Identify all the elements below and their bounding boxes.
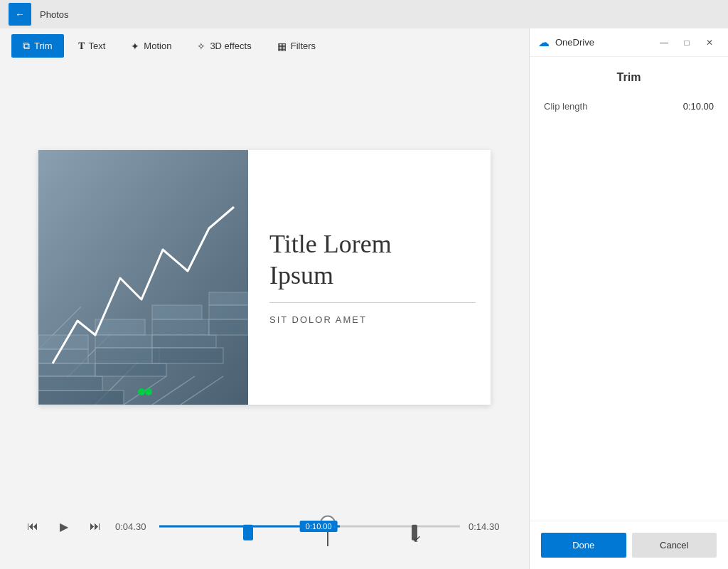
- effects-icon: ✧: [197, 41, 205, 52]
- effects-label: 3D effects: [210, 41, 251, 51]
- svg-rect-11: [38, 390, 124, 405]
- rewind-icon: ⏮: [27, 520, 38, 533]
- text-tab[interactable]: 𝐓 Text: [67, 34, 117, 58]
- svg-point-24: [145, 388, 152, 395]
- svg-rect-13: [95, 335, 152, 348]
- video-preview: Title Lorem Ipsum SIT DOLOR AMET: [38, 150, 491, 405]
- close-button[interactable]: ✕: [700, 33, 719, 53]
- motion-label: Motion: [144, 41, 171, 51]
- timeline-area: ⏮ ▶ ⏭ 0:04.30 0:10.00 ↙: [0, 491, 529, 569]
- filters-label: Filters: [291, 41, 316, 51]
- trim-handle-left[interactable]: [243, 525, 253, 541]
- video-subtitle: SIT DOLOR AMET: [269, 314, 476, 325]
- back-button[interactable]: ←: [9, 3, 31, 26]
- trim-tab[interactable]: ⧉ Trim: [11, 34, 64, 58]
- right-panel: ☁ OneDrive — □ ✕ Trim Clip length 0:10.0…: [529, 28, 728, 569]
- clip-length-value: 0:10.00: [683, 101, 714, 112]
- app-title: Photos: [40, 9, 68, 20]
- svg-rect-21: [209, 305, 248, 319]
- cursor-icon: ↙: [413, 533, 422, 544]
- close-icon: ✕: [706, 38, 713, 48]
- clip-length-label: Clip length: [544, 101, 587, 112]
- done-button[interactable]: Done: [541, 533, 626, 558]
- forward-button[interactable]: ⏭: [84, 515, 107, 538]
- time-end: 0:14.30: [469, 521, 508, 532]
- onedrive-title: ☁ OneDrive: [538, 36, 594, 49]
- timeline-track[interactable]: 0:10.00 ↙: [159, 505, 460, 548]
- minimize-icon: —: [660, 38, 668, 48]
- maximize-icon: □: [684, 38, 689, 48]
- motion-tab[interactable]: ✦ Motion: [119, 35, 183, 58]
- rewind-button[interactable]: ⏮: [21, 515, 44, 538]
- onedrive-label: OneDrive: [555, 37, 594, 48]
- text-icon: 𝐓: [78, 40, 85, 52]
- filters-tab[interactable]: ▦ Filters: [266, 35, 327, 58]
- cancel-button[interactable]: Cancel: [632, 533, 717, 558]
- play-button[interactable]: ▶: [53, 515, 75, 538]
- right-title-bar: ☁ OneDrive — □ ✕: [530, 28, 728, 57]
- forward-icon: ⏭: [90, 520, 101, 533]
- minimize-button[interactable]: —: [654, 33, 674, 53]
- section-title: Trim: [544, 71, 714, 84]
- onedrive-icon: ☁: [538, 36, 550, 49]
- svg-rect-16: [152, 305, 202, 319]
- svg-rect-15: [95, 363, 166, 376]
- filters-icon: ▦: [277, 41, 287, 52]
- svg-rect-10: [38, 376, 102, 390]
- trim-icon: ⧉: [23, 40, 30, 52]
- right-footer: Done Cancel: [530, 521, 728, 569]
- video-title: Title Lorem Ipsum: [269, 229, 476, 290]
- time-badge: 0:10.00: [300, 521, 338, 532]
- toolbar: ⧉ Trim 𝐓 Text ✦ Motion ✧ 3D effects ▦ Fi…: [0, 28, 529, 63]
- maximize-button[interactable]: □: [677, 33, 697, 53]
- video-thumbnail: [38, 150, 248, 405]
- window-controls: — □ ✕: [654, 33, 719, 53]
- clip-length-row: Clip length 0:10.00: [544, 101, 714, 112]
- svg-rect-14: [95, 348, 159, 363]
- timeline-controls: ⏮ ▶ ⏭ 0:04.30 0:10.00 ↙: [21, 505, 508, 548]
- time-start: 0:04.30: [115, 521, 151, 532]
- right-content: Trim Clip length 0:10.00: [530, 57, 728, 521]
- svg-rect-22: [209, 319, 248, 335]
- svg-rect-8: [38, 349, 88, 363]
- title-bar: ← Photos: [0, 0, 728, 28]
- motion-icon: ✦: [131, 41, 139, 52]
- play-icon: ▶: [60, 520, 68, 533]
- effects-tab[interactable]: ✧ 3D effects: [186, 35, 262, 58]
- left-panel: ⧉ Trim 𝐓 Text ✦ Motion ✧ 3D effects ▦ Fi…: [0, 28, 529, 569]
- back-icon: ←: [15, 9, 25, 20]
- main-layout: ⧉ Trim 𝐓 Text ✦ Motion ✧ 3D effects ▦ Fi…: [0, 28, 728, 569]
- svg-point-23: [138, 388, 145, 395]
- svg-rect-12: [95, 319, 145, 335]
- video-text-overlay: Title Lorem Ipsum SIT DOLOR AMET: [248, 150, 491, 405]
- text-label: Text: [89, 41, 106, 51]
- svg-rect-20: [209, 292, 248, 305]
- svg-rect-17: [152, 319, 209, 335]
- video-area: Title Lorem Ipsum SIT DOLOR AMET: [0, 63, 529, 491]
- svg-rect-9: [38, 363, 95, 376]
- svg-rect-19: [152, 348, 223, 363]
- svg-rect-18: [152, 335, 216, 348]
- video-divider: [269, 302, 476, 303]
- trim-label: Trim: [34, 41, 53, 51]
